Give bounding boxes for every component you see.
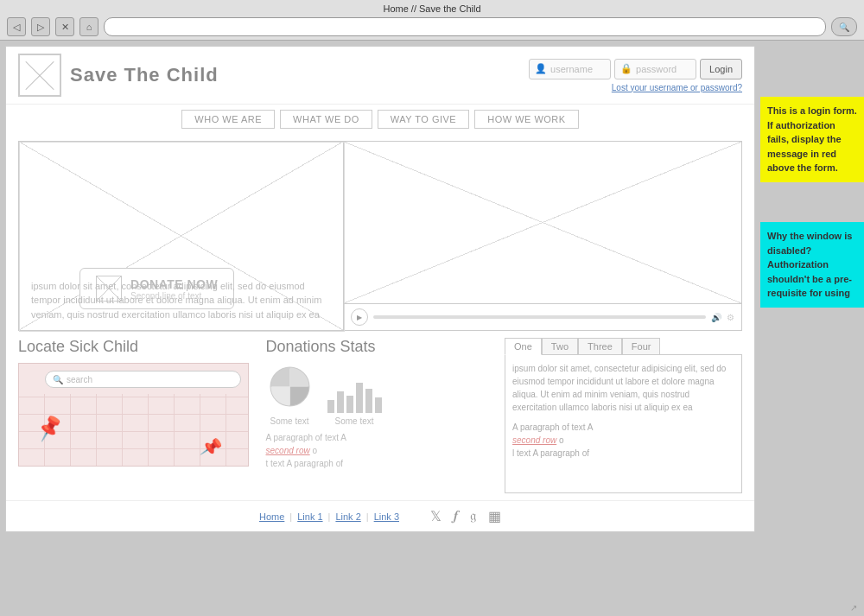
tab-para-3: l text A paragraph of	[512, 447, 734, 460]
browser-nav: ◁ ▷ ✕ ⌂ 🔍	[7, 17, 857, 36]
locate-title: Locate Sick Child	[18, 338, 249, 356]
twitter-icon[interactable]: 𝕏	[430, 508, 442, 524]
tab-one[interactable]: One	[505, 338, 542, 355]
hero-right: ▶ 🔊 ⚙	[344, 142, 741, 330]
browser-search-button[interactable]: 🔍	[831, 17, 857, 36]
video-controls: ▶ 🔊 ⚙	[344, 304, 741, 330]
browser-chrome: Home // Save the Child ◁ ▷ ✕ ⌂ 🔍	[0, 0, 864, 41]
donations-title: Donations Stats	[266, 338, 488, 356]
forgot-password-link[interactable]: Lost your username or password?	[612, 83, 742, 92]
video-placeholder	[344, 142, 741, 304]
facebook-icon[interactable]: 𝒇	[454, 508, 458, 524]
main-content: Save The Child 👤 username 🔒 password Log…	[5, 46, 755, 532]
corner-mark: ↗	[850, 603, 857, 613]
hero-text: ipsum dolor sit amet, consectetur adipis…	[19, 270, 343, 331]
map-search-input[interactable]: 🔍 search	[45, 371, 241, 388]
user-icon: 👤	[535, 63, 547, 74]
address-bar[interactable]	[104, 17, 826, 36]
map-pin-2: 📌	[199, 435, 224, 459]
search-icon: 🔍	[53, 375, 63, 384]
yellow-note-text: This is a login form. If authorization f…	[767, 105, 857, 173]
tab-para-text-1: A paragraph of text A	[512, 422, 593, 432]
login-button[interactable]: Login	[700, 59, 742, 79]
bar-5	[365, 389, 372, 413]
locate-section: Locate Sick Child 🔍 search 📌 📌	[18, 338, 257, 493]
rss-icon[interactable]: ▦	[488, 508, 501, 524]
page-wrapper: Save The Child 👤 username 🔒 password Log…	[0, 41, 864, 537]
search-placeholder: search	[67, 375, 92, 384]
back-button[interactable]: ◁	[7, 17, 26, 36]
bar-chart-label: Some text	[335, 416, 374, 426]
pie-chart-label: Some text	[266, 416, 314, 426]
bar-2	[337, 391, 344, 413]
donations-section: Donations Stats Some text	[257, 338, 497, 493]
nav-what-we-do[interactable]: WHAT WE DO	[280, 110, 372, 129]
nav-way-to-give[interactable]: WAY TO GIVE	[378, 110, 469, 129]
volume-icon[interactable]: 🔊	[711, 313, 721, 322]
logo-area: Save The Child	[18, 54, 219, 97]
site-header: Save The Child 👤 username 🔒 password Log…	[6, 47, 754, 105]
tab-link-1[interactable]: second row	[512, 435, 556, 445]
username-placeholder: username	[550, 64, 593, 74]
tab-main-text: ipsum dolor sit amet, consectetur adipis…	[512, 362, 734, 414]
sticky-note-yellow: This is a login form. If authorization f…	[760, 97, 864, 182]
password-placeholder: password	[636, 64, 677, 74]
cyan-note-text: Why the window is disabled? Authorizatio…	[767, 231, 852, 298]
browser-title: Home // Save the Child	[7, 3, 857, 14]
site-title: Save The Child	[70, 64, 219, 86]
tab-content: ipsum dolor sit amet, consectetur adipis…	[505, 355, 742, 493]
tab-three[interactable]: Three	[578, 338, 622, 354]
password-field[interactable]: 🔒 password	[614, 59, 696, 79]
nav-how-we-work[interactable]: HOW WE WORK	[474, 110, 578, 129]
donations-text-after-link: o	[312, 446, 317, 455]
footer-link-3[interactable]: Link 3	[374, 511, 399, 522]
tabs-bar: One Two Three Four	[505, 338, 742, 355]
hero-section: ipsum dolor sit amet, consectetur adipis…	[18, 141, 742, 331]
charts-row: Some text Some text	[266, 363, 488, 426]
footer-link-home[interactable]: Home	[259, 511, 284, 522]
login-area: 👤 username 🔒 password Login Lost your us…	[529, 59, 742, 92]
bar-1	[327, 400, 334, 413]
bar-chart	[327, 378, 382, 413]
bar-3	[346, 396, 353, 413]
tab-two[interactable]: Two	[542, 338, 578, 354]
social-icons: 𝕏 𝒇 𝔤 ▦	[430, 508, 501, 524]
tab-para-2: second row o	[512, 434, 734, 447]
donations-link[interactable]: second row	[266, 446, 310, 455]
donations-text-3: t text A paragraph of	[266, 457, 488, 470]
sticky-note-cyan: Why the window is disabled? Authorizatio…	[760, 222, 864, 308]
logo-image	[18, 54, 61, 97]
home-button[interactable]: ⌂	[79, 17, 98, 36]
main-nav: WHO WE ARE WHAT WE DO WAY TO GIVE HOW WE…	[6, 105, 754, 134]
tab-link-after: o	[559, 435, 564, 445]
username-field[interactable]: 👤 username	[529, 59, 611, 79]
video-progress-bar[interactable]	[373, 315, 706, 319]
tab-para-1: A paragraph of text A	[512, 421, 734, 434]
bottom-section: Locate Sick Child 🔍 search 📌 📌 Donations…	[18, 338, 742, 493]
footer-link-1[interactable]: Link 1	[297, 511, 322, 522]
lock-icon: 🔒	[620, 63, 632, 74]
footer-link-2[interactable]: Link 2	[335, 511, 360, 522]
pie-chart: Some text	[266, 363, 314, 426]
logo-x-icon	[20, 55, 60, 95]
forward-button[interactable]: ▷	[31, 17, 50, 36]
site-footer: Home | Link 1 | Link 2 | Link 3 𝕏 𝒇 𝔤 ▦	[6, 500, 754, 531]
video-settings-icon[interactable]: ⚙	[727, 313, 734, 322]
bar-4	[356, 383, 363, 413]
nav-who-we-are[interactable]: WHO WE ARE	[181, 110, 275, 129]
donations-text-2: second row o	[266, 444, 488, 457]
play-button[interactable]: ▶	[351, 308, 368, 326]
close-button[interactable]: ✕	[55, 17, 74, 36]
map-area: 🔍 search 📌 📌	[18, 363, 249, 467]
googleplus-icon[interactable]: 𝔤	[470, 508, 476, 524]
donations-paragraph: A paragraph of text A second row o t tex…	[266, 431, 488, 470]
hero-left: ipsum dolor sit amet, consectetur adipis…	[19, 142, 344, 330]
login-fields: 👤 username 🔒 password Login	[529, 59, 742, 79]
tabs-section: One Two Three Four ipsum dolor sit amet,…	[496, 338, 742, 493]
bar-chart-area: Some text	[327, 378, 382, 426]
bar-6	[375, 397, 382, 413]
donations-text-1: A paragraph of text A	[266, 431, 488, 444]
tab-four[interactable]: Four	[622, 338, 661, 354]
